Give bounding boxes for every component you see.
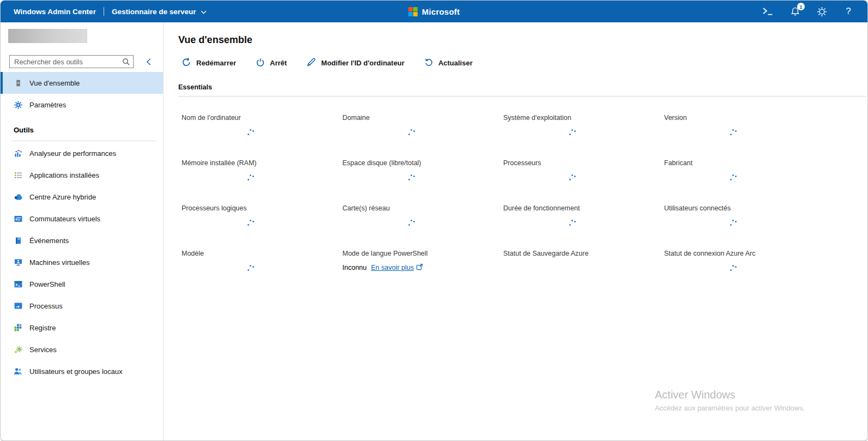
field-logical-processors: Processeurs logiques: [182, 204, 342, 250]
loading-spinner: [728, 128, 737, 137]
loading-spinner: [246, 128, 255, 137]
field-processors: Processeurs: [503, 159, 664, 204]
restart-icon: [182, 57, 191, 69]
sidebar-item-azure-hybrid-center[interactable]: Centre Azure hybride: [1, 186, 163, 208]
powershell-terminal-icon: [14, 280, 22, 288]
powershell-mode-value: Inconnu: [342, 264, 366, 271]
sidebar-item-performance-monitor[interactable]: Analyseur de performances: [1, 142, 163, 164]
microsoft-logo-icon: [408, 7, 418, 16]
microsoft-brand: Microsoft: [408, 1, 460, 22]
power-icon: [256, 58, 265, 69]
search-icon[interactable]: [122, 57, 130, 68]
powershell-console-icon[interactable]: [762, 5, 774, 17]
field-connected-users: Utilisateurs connectés: [664, 204, 825, 250]
field-azure-arc-status: Statut de connexion Azure Arc: [664, 250, 825, 295]
field-manufacturer: Fabricant: [664, 159, 825, 204]
azure-cloud-icon: [14, 192, 22, 201]
virtual-switch-icon: [14, 214, 22, 223]
loading-spinner: [728, 219, 737, 227]
events-log-icon: [14, 236, 22, 245]
field-version: Version: [664, 114, 825, 159]
services-gears-icon: [14, 345, 22, 354]
sidebar-item-registry[interactable]: Registre: [1, 317, 163, 339]
sidebar-item-settings[interactable]: Paramètres: [1, 94, 163, 116]
field-operating-system: Système d'exploitation: [503, 114, 664, 159]
brand-name: Microsoft: [422, 7, 460, 16]
windows-admin-center-window: Windows Admin Center Gestionnaire de ser…: [0, 0, 868, 441]
field-installed-memory: Mémoire installée (RAM): [182, 159, 342, 204]
sidebar-item-virtual-machines[interactable]: Machines virtuelles: [1, 251, 163, 273]
edit-computer-id-button[interactable]: Modifier l'ID d'ordinateur: [306, 57, 405, 69]
loading-spinner: [407, 173, 415, 182]
help-icon[interactable]: ?: [842, 5, 854, 17]
edit-pencil-icon: [306, 57, 316, 69]
sidebar-item-processes[interactable]: Processus: [1, 295, 163, 317]
sidebar-item-label: Registre: [29, 324, 56, 332]
sidebar-item-label: Paramètres: [29, 101, 66, 109]
refresh-icon: [424, 58, 433, 69]
command-bar: Redémarrer Arrêt Modifier l'ID d'ordinat…: [182, 57, 867, 69]
sidebar-item-label: Utilisateurs et groupes locaux: [29, 367, 123, 376]
sidebar-item-events[interactable]: Événements: [1, 229, 163, 251]
virtual-machine-icon: [14, 258, 22, 267]
installed-apps-list-icon: [14, 171, 22, 179]
field-uptime: Durée de fonctionnement: [503, 204, 664, 250]
field-network-adapters: Carte(s) réseau: [342, 204, 503, 250]
sidebar-item-local-users-groups[interactable]: Utilisateurs et groupes locaux: [1, 360, 163, 382]
search-input[interactable]: [9, 55, 134, 68]
loading-spinner: [407, 219, 415, 227]
loading-spinner: [568, 128, 576, 137]
performance-chart-icon: [14, 149, 22, 158]
essentials-grid: Nom de l'ordinateur Domaine Système d'ex…: [182, 114, 867, 295]
loading-spinner: [246, 264, 255, 273]
notifications-bell-icon[interactable]: 1: [789, 5, 801, 17]
loading-spinner: [568, 173, 576, 182]
loading-spinner: [568, 219, 576, 227]
loading-spinner: [407, 128, 415, 137]
loading-spinner: [728, 264, 737, 273]
sidebar-item-label: PowerShell: [29, 280, 65, 288]
field-powershell-language-mode: Mode de langue PowerShell Inconnu En sav…: [342, 250, 503, 295]
sidebar-item-installed-apps[interactable]: Applications installées: [1, 164, 163, 186]
sidebar-item-label: Services: [29, 346, 57, 354]
watermark-subtitle: Accédez aux paramètres pour activer Wind…: [655, 404, 805, 412]
sidebar-collapse-button[interactable]: [146, 58, 152, 66]
restart-button[interactable]: Redémarrer: [182, 57, 236, 69]
external-link-icon: [416, 263, 423, 272]
top-actions: 1 ?: [762, 5, 854, 17]
chevron-down-icon: [201, 8, 207, 16]
shutdown-button[interactable]: Arrêt: [256, 58, 287, 69]
app-title[interactable]: Windows Admin Center: [14, 8, 96, 16]
loading-spinner: [246, 219, 255, 227]
top-bar: Windows Admin Center Gestionnaire de ser…: [1, 1, 867, 22]
sidebar-item-virtual-switches[interactable]: Commutateurs virtuels: [1, 208, 163, 229]
notification-badge: 1: [797, 3, 805, 10]
field-disk-space: Espace disque (libre/total): [342, 159, 503, 204]
sidebar-item-overview[interactable]: Vue d'ensemble: [1, 72, 163, 94]
field-computer-name: Nom de l'ordinateur: [182, 114, 342, 159]
essentials-divider: [178, 96, 866, 96]
sidebar-item-label: Événements: [29, 237, 69, 245]
sidebar-nav: Vue d'ensemble Paramètres Outils Analyse…: [1, 72, 163, 382]
tools-search: [9, 55, 134, 68]
server-overview-icon: [14, 78, 22, 87]
activate-windows-watermark: Activer Windows Accédez aux paramètres p…: [655, 389, 805, 412]
gear-icon: [14, 100, 22, 109]
main-content: Vue d'ensemble Redémarrer Arrêt: [164, 22, 867, 441]
field-domain: Domaine: [342, 114, 503, 159]
tools-divider: [11, 141, 156, 141]
loading-spinner: [246, 173, 255, 182]
refresh-button[interactable]: Actualiser: [424, 58, 473, 69]
sidebar-item-services[interactable]: Services: [1, 339, 163, 360]
local-users-groups-icon: [14, 367, 22, 376]
settings-gear-icon[interactable]: [816, 5, 828, 17]
essentials-heading: Essentials: [178, 83, 867, 91]
server-name-redacted: [8, 29, 87, 43]
solution-dropdown[interactable]: Gestionnaire de serveur: [112, 8, 207, 16]
sidebar-item-powershell[interactable]: PowerShell: [1, 273, 163, 295]
solution-label: Gestionnaire de serveur: [112, 8, 196, 16]
sidebar-item-label: Analyseur de performances: [29, 149, 116, 158]
sidebar-item-label: Processus: [29, 302, 63, 310]
learn-more-link[interactable]: En savoir plus: [371, 263, 423, 272]
sidebar-item-label: Commutateurs virtuels: [29, 215, 100, 223]
